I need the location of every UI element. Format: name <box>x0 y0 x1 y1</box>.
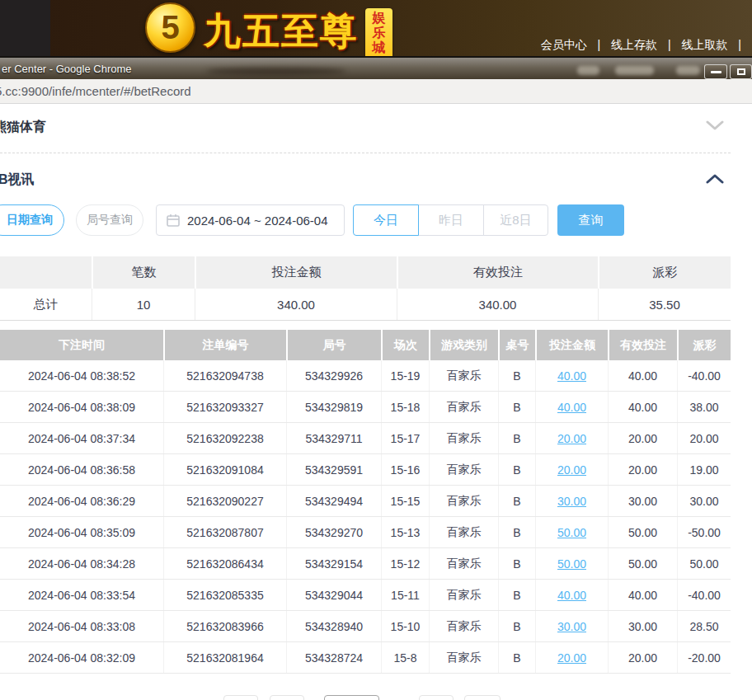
cell-order-id: 521632083966 <box>164 611 287 641</box>
bet-table-header-row: 下注时间 注单编号 局号 场次 游戏类别 桌号 投注金额 有效投注 派彩 <box>0 330 731 360</box>
cell-game-type: 百家乐 <box>430 423 499 453</box>
bet-amount-link[interactable]: 50.00 <box>557 526 586 539</box>
nav-deposit[interactable]: 线上存款 <box>611 38 657 51</box>
nav-member-center[interactable]: 会员中心 <box>541 38 587 51</box>
bet-amount-link[interactable]: 20.00 <box>557 463 586 477</box>
summary-header-row: 笔数 投注金额 有效投注 派彩 <box>0 256 731 289</box>
cell-round-id: 534329819 <box>287 392 382 422</box>
maximize-button[interactable] <box>730 64 752 79</box>
table-row: 2024-06-04 08:35:09 521632087807 5343292… <box>0 517 731 548</box>
bet-amount-link[interactable]: 40.00 <box>557 589 586 602</box>
date-query-tab[interactable]: 日期查询 <box>0 204 64 236</box>
cell-payout: -50.00 <box>678 517 731 547</box>
search-button[interactable]: 查询 <box>557 204 624 236</box>
cell-round-id: 534329494 <box>287 486 382 516</box>
col-bet-time: 下注时间 <box>0 330 163 360</box>
url-text[interactable]: 5.cc:9900/infe/mcenter/#/betRecord <box>0 84 191 98</box>
table-row: 2024-06-04 08:37:34 521632092238 5343297… <box>0 423 731 454</box>
cell-session: 15-15 <box>382 486 430 516</box>
table-row: 2024-06-04 08:36:58 521632091084 5343295… <box>0 454 731 486</box>
cell-table-no: B <box>499 611 536 641</box>
pagination-page-size-select[interactable] <box>324 695 379 700</box>
cell-bet-time: 2024-06-04 08:34:28 <box>0 548 164 579</box>
chevron-up-icon[interactable] <box>706 173 724 184</box>
round-query-tab[interactable]: 局号查询 <box>76 204 143 236</box>
summary-header-payout: 派彩 <box>599 256 731 289</box>
logo-title: 九五至尊 <box>204 12 359 49</box>
bet-amount-link[interactable]: 20.00 <box>557 432 586 445</box>
last-8-days-button[interactable]: 近8日 <box>483 204 548 236</box>
table-row: 2024-06-04 08:33:08 521632083966 5343289… <box>0 611 731 642</box>
chrome-titlebar[interactable]: er Center - Google Chrome <box>0 56 752 79</box>
cell-valid-bet: 50.00 <box>609 517 678 547</box>
site-header: 5 九五至尊 娱乐城 会员中心 | 线上存款 | 线上取款 | <box>0 0 752 56</box>
cell-game-type: 百家乐 <box>430 517 499 547</box>
table-row: 2024-06-04 08:32:09 521632081964 5343287… <box>0 642 731 674</box>
bet-amount-link[interactable]: 30.00 <box>557 495 586 508</box>
col-game-type: 游戏类别 <box>430 330 498 360</box>
table-row: 2024-06-04 08:36:29 521632090227 5343294… <box>0 486 731 517</box>
cell-round-id: 534329926 <box>287 360 382 391</box>
yesterday-button[interactable]: 昨日 <box>418 204 484 236</box>
cell-table-no: B <box>499 517 536 547</box>
col-table-no: 桌号 <box>500 330 535 360</box>
bet-amount-link[interactable]: 40.00 <box>557 401 586 414</box>
cell-round-id: 534329711 <box>287 423 382 453</box>
filter-toolbar: 日期查询 局号查询 2024-06-04 ~ 2024-06-04 今日 昨日 … <box>0 204 731 237</box>
cell-round-id: 534328940 <box>287 611 382 641</box>
cell-table-no: B <box>499 580 536 610</box>
cell-table-no: B <box>499 360 536 391</box>
section-bb-video[interactable]: B视讯 <box>0 171 35 189</box>
cell-valid-bet: 40.00 <box>609 580 678 610</box>
today-button[interactable]: 今日 <box>353 204 419 236</box>
cell-order-id: 521632085335 <box>164 580 287 610</box>
cell-valid-bet: 40.00 <box>609 360 678 391</box>
cell-game-type: 百家乐 <box>430 360 499 391</box>
cell-payout: 50.00 <box>678 548 731 579</box>
date-range-input[interactable]: 2024-06-04 ~ 2024-06-04 <box>156 204 345 236</box>
background-dark-region <box>0 0 50 56</box>
summary-total-bet: 340.00 <box>195 289 397 320</box>
nav-withdraw[interactable]: 线上取款 <box>681 38 727 51</box>
cell-order-id: 521632094738 <box>164 360 287 391</box>
cell-payout: 19.00 <box>678 454 731 485</box>
cell-valid-bet: 20.00 <box>609 423 678 453</box>
bet-amount-link[interactable]: 30.00 <box>557 620 586 633</box>
pagination-button[interactable] <box>464 695 501 700</box>
pagination-button[interactable] <box>419 695 454 700</box>
pagination-button[interactable] <box>270 695 304 700</box>
cell-game-type: 百家乐 <box>430 392 499 422</box>
minimize-icon <box>711 71 721 73</box>
pagination-button[interactable] <box>223 695 258 700</box>
cell-session: 15-17 <box>382 423 430 453</box>
cell-valid-bet: 30.00 <box>609 611 678 641</box>
summary-total-payout: 35.50 <box>599 289 731 320</box>
cell-payout: -40.00 <box>678 360 731 391</box>
col-valid-bet: 有效投注 <box>609 330 677 360</box>
cell-valid-bet: 50.00 <box>609 548 678 579</box>
cell-round-id: 534329044 <box>287 580 382 610</box>
table-row: 2024-06-04 08:38:09 521632093327 5343298… <box>0 392 731 423</box>
bet-amount-link[interactable]: 20.00 <box>557 651 586 665</box>
page-content: 熊猫体育 B视讯 日期查询 局号查询 2024-0 <box>0 105 752 700</box>
minimize-button[interactable] <box>704 64 727 79</box>
site-logo: 5 九五至尊 娱乐城 <box>145 2 392 56</box>
cell-order-id: 521632081964 <box>164 642 287 673</box>
cell-game-type: 百家乐 <box>430 580 499 610</box>
cell-round-id: 534329154 <box>287 548 382 579</box>
coin-logo-icon: 5 <box>145 2 195 53</box>
summary-header-count: 笔数 <box>93 256 195 289</box>
cell-bet-time: 2024-06-04 08:35:09 <box>0 517 164 547</box>
logo-ribbon: 娱乐城 <box>365 8 392 56</box>
redacted-account-text <box>615 66 654 75</box>
summary-header-bet: 投注金额 <box>196 256 397 289</box>
bet-amount-link[interactable]: 40.00 <box>557 369 586 383</box>
chevron-down-icon[interactable] <box>706 120 724 131</box>
cell-bet-time: 2024-06-04 08:33:54 <box>0 580 164 610</box>
summary-total-row: 总计 10 340.00 340.00 35.50 <box>0 289 731 321</box>
section-panda-sports[interactable]: 熊猫体育 <box>0 119 46 136</box>
cell-table-no: B <box>499 423 536 453</box>
bet-amount-link[interactable]: 50.00 <box>557 557 586 571</box>
nav-separator: | <box>738 38 741 51</box>
chrome-address-bar[interactable]: 5.cc:9900/infe/mcenter/#/betRecord <box>0 79 752 104</box>
